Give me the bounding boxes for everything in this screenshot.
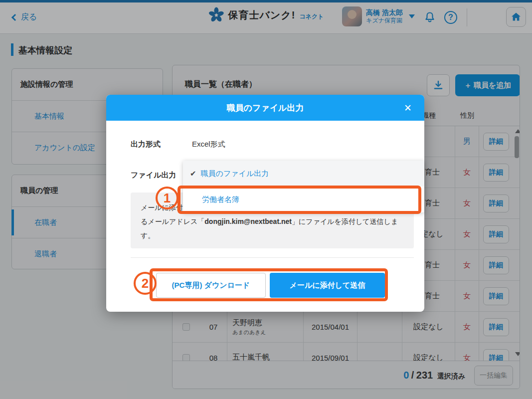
info-line-3: す。: [141, 231, 155, 240]
annotation-step1-highlight: [177, 186, 421, 214]
close-icon[interactable]: ✕: [401, 101, 414, 114]
output-format-value: Excel形式: [192, 140, 225, 149]
dropdown-option-staff-file[interactable]: ✔ 職員のファイル出力: [183, 161, 424, 187]
annotation-step1-circle: 1: [156, 187, 178, 209]
info-line-2: るメールアドレス「dongjin.kim@nextbeat.net」にファイルを…: [141, 217, 398, 226]
output-format-label: 出力形式: [131, 140, 161, 149]
modal-divider: [131, 257, 414, 258]
email-address: dongjin.kim@nextbeat.net: [204, 217, 292, 225]
file-output-label: ファイル出力: [131, 171, 176, 180]
modal-header: 職員のファイル出力 ✕: [106, 95, 424, 121]
annotation-step2-highlight: [150, 268, 388, 301]
modal-title: 職員のファイル出力: [227, 102, 304, 114]
check-icon: ✔: [190, 169, 196, 178]
dropdown-option-label: 職員のファイル出力: [201, 169, 269, 179]
